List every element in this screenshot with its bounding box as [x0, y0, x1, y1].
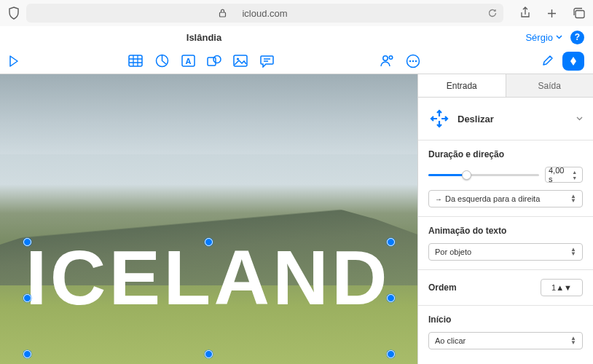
duration-stepper[interactable]: ▲▼ — [570, 169, 579, 181]
text-anim-value: Por objeto — [435, 248, 471, 256]
selection-handle[interactable] — [387, 350, 395, 358]
document-title: Islândia — [0, 32, 408, 43]
start-value: Ao clicar — [435, 336, 466, 345]
tabs-icon[interactable] — [572, 7, 586, 20]
play-button[interactable] — [9, 55, 19, 67]
format-brush-icon[interactable] — [539, 53, 555, 69]
select-chevron-icon: ▲▼ — [556, 283, 572, 292]
svg-text:A: A — [185, 57, 191, 66]
svg-point-7 — [213, 55, 221, 63]
new-tab-icon[interactable] — [545, 7, 559, 20]
slide-canvas[interactable]: ICELAND — [0, 74, 417, 364]
url-text: icloud.com — [242, 8, 287, 19]
start-section: Início Ao clicar ▲▼ — [418, 306, 593, 354]
selection-handle[interactable] — [23, 350, 31, 358]
tab-saida[interactable]: Saída — [506, 74, 594, 97]
table-icon[interactable] — [127, 53, 144, 69]
duration-section: Duração e direção 4,00 s ▲▼ → Da esquerd… — [418, 141, 593, 217]
url-bar[interactable]: icloud.com — [26, 4, 503, 23]
user-name-label: Sérgio — [525, 32, 553, 43]
shape-icon[interactable] — [206, 53, 222, 69]
collaborate-icon[interactable] — [379, 53, 395, 69]
chevron-down-icon — [576, 116, 583, 121]
collab-tools — [379, 53, 421, 69]
selection-handle[interactable] — [23, 238, 31, 246]
direction-label: Da esquerda para a direita — [445, 194, 540, 203]
share-icon[interactable] — [518, 7, 532, 20]
duration-value-input[interactable]: 4,00 s ▲▼ — [545, 167, 583, 183]
main-content: ICELAND Entrada Saída Deslizar Duração e… — [0, 74, 593, 364]
chevron-down-icon — [556, 35, 562, 39]
svg-rect-0 — [219, 12, 225, 17]
text-anim-title: Animação do texto — [428, 226, 583, 236]
svg-rect-1 — [576, 11, 584, 18]
svg-rect-2 — [129, 55, 142, 66]
format-tools — [539, 52, 584, 71]
start-select[interactable]: Ao clicar ▲▼ — [428, 332, 583, 349]
tab-entrada[interactable]: Entrada — [418, 74, 506, 97]
direction-select[interactable]: → Da esquerda para a direita ▲▼ — [428, 190, 583, 207]
select-chevron-icon: ▲▼ — [570, 336, 576, 346]
text-anim-select[interactable]: Por objeto ▲▼ — [428, 243, 583, 261]
document-header: Islândia Sérgio ? — [0, 26, 593, 48]
svg-point-10 — [383, 56, 388, 60]
chart-icon[interactable] — [154, 53, 170, 69]
start-title: Início — [428, 314, 583, 325]
animate-button[interactable] — [562, 52, 584, 71]
reload-icon[interactable] — [487, 8, 498, 18]
selection-handle[interactable] — [387, 238, 395, 246]
slide-effect-icon — [428, 108, 450, 130]
svg-rect-8 — [234, 55, 247, 66]
slide-bg-clouds — [0, 74, 417, 154]
image-icon[interactable] — [232, 53, 248, 69]
help-button[interactable]: ? — [570, 31, 584, 44]
svg-point-14 — [412, 60, 414, 61]
duration-slider-row: 4,00 s ▲▼ — [428, 167, 583, 183]
effect-name-label: Deslizar — [457, 114, 494, 124]
svg-point-9 — [237, 58, 239, 60]
browser-toolbar: icloud.com — [0, 0, 593, 26]
privacy-shield-icon[interactable] — [7, 7, 20, 20]
order-section: Ordem 1 ▲▼ — [418, 270, 593, 306]
svg-point-15 — [415, 60, 417, 61]
text-animation-section: Animação do texto Por objeto ▲▼ — [418, 217, 593, 270]
user-menu[interactable]: Sérgio — [525, 32, 562, 43]
slider-thumb[interactable] — [462, 170, 471, 180]
selection-handle[interactable] — [23, 294, 31, 302]
slide-title-text: ICELAND — [25, 240, 393, 316]
duration-slider[interactable] — [428, 174, 539, 176]
comment-icon[interactable] — [259, 53, 275, 69]
selection-handle[interactable] — [205, 350, 213, 358]
order-title: Ordem — [428, 282, 457, 293]
svg-point-13 — [409, 60, 411, 61]
selection-handle[interactable] — [205, 238, 213, 246]
text-icon[interactable]: A — [180, 53, 196, 69]
app-toolbar: A — [0, 48, 593, 74]
lock-icon — [219, 9, 227, 17]
inspector-tabs: Entrada Saída — [418, 74, 593, 98]
selection-handle[interactable] — [387, 294, 395, 302]
more-icon[interactable] — [405, 53, 421, 69]
slider-fill — [428, 174, 464, 176]
select-chevron-icon: ▲▼ — [570, 194, 576, 204]
animate-inspector: Entrada Saída Deslizar Duração e direção… — [417, 74, 593, 364]
select-chevron-icon: ▲▼ — [570, 248, 576, 257]
insert-tools: A — [127, 53, 275, 69]
duration-title: Duração e direção — [428, 149, 583, 159]
effect-selector[interactable]: Deslizar — [418, 98, 593, 141]
arrow-right-icon: → — [435, 195, 442, 203]
order-select[interactable]: 1 ▲▼ — [541, 279, 583, 296]
selected-text-box[interactable]: ICELAND — [25, 240, 393, 354]
browser-actions — [518, 7, 586, 20]
duration-value-text: 4,00 s — [549, 166, 568, 183]
